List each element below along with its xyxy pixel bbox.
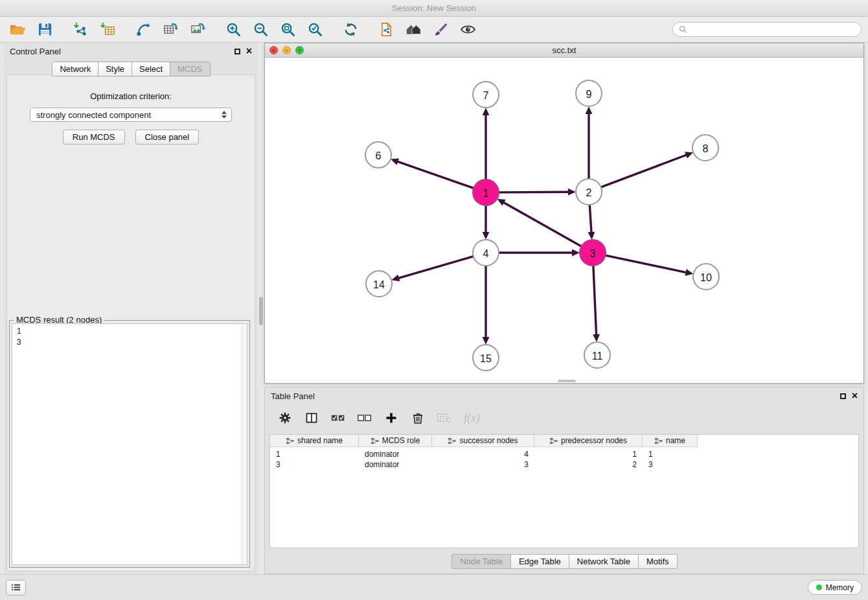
save-session-icon[interactable] xyxy=(36,21,54,39)
zoom-out-icon[interactable] xyxy=(251,21,269,39)
dropdown-stepper-icon xyxy=(222,111,231,119)
copy-network-icon[interactable] xyxy=(377,21,395,39)
style-brush-icon[interactable] xyxy=(431,21,450,39)
node-table: shared nameMCDS rolesuccessor nodesprede… xyxy=(269,434,859,548)
divider-scroll-thumb[interactable] xyxy=(259,297,263,325)
table-cell: 1 xyxy=(534,450,643,459)
network-window-titlebar[interactable]: × − + scc.txt xyxy=(265,43,863,58)
tab-motifs[interactable]: Motifs xyxy=(638,554,678,569)
edge-2-8[interactable] xyxy=(601,155,687,187)
control-panel-title: Control Panel xyxy=(10,47,61,56)
close-panel-icon[interactable]: × xyxy=(246,46,252,56)
node-2[interactable]: 2 xyxy=(576,179,602,205)
node-3[interactable]: 3 xyxy=(580,240,606,266)
edge-3-1[interactable] xyxy=(503,202,582,246)
tab-select[interactable]: Select xyxy=(131,62,170,76)
network-hscroll-thumb[interactable] xyxy=(558,380,576,382)
show-hide-icon[interactable] xyxy=(459,21,477,39)
result-scrollbar[interactable] xyxy=(242,324,247,564)
edge-1-6[interactable] xyxy=(397,161,474,188)
minimize-window-icon[interactable]: − xyxy=(282,46,291,54)
node-7[interactable]: 7 xyxy=(473,82,499,108)
node-label: 11 xyxy=(592,351,603,362)
node-label: 14 xyxy=(373,279,385,290)
select-all-columns-icon[interactable] xyxy=(331,411,345,424)
delete-column-icon[interactable] xyxy=(411,411,425,424)
mcds-result-list[interactable]: 13 xyxy=(12,323,247,565)
import-network-icon[interactable] xyxy=(71,21,89,39)
node-14[interactable]: 14 xyxy=(366,271,392,297)
tab-node-table[interactable]: Node Table xyxy=(451,554,511,569)
table-cell: 1 xyxy=(643,450,698,459)
node-label: 8 xyxy=(703,143,709,154)
node-10[interactable]: 10 xyxy=(693,264,719,290)
tab-network[interactable]: Network xyxy=(52,62,98,76)
edge-4-14[interactable] xyxy=(398,257,474,279)
memory-status-dot xyxy=(816,584,822,590)
table-row[interactable]: 3dominator323 xyxy=(270,459,858,470)
node-1[interactable]: 1 xyxy=(473,179,499,205)
open-session-icon[interactable] xyxy=(8,21,27,39)
zoom-selected-icon[interactable] xyxy=(306,21,324,39)
unselect-all-columns-icon[interactable] xyxy=(358,411,372,424)
close-table-panel-icon[interactable]: × xyxy=(852,391,858,401)
node-15[interactable]: 15 xyxy=(473,345,499,371)
network-canvas[interactable]: 7968124314101511 xyxy=(265,58,863,383)
table-row[interactable]: 1dominator411 xyxy=(270,449,858,459)
column-header-MCDS-role[interactable]: MCDS role xyxy=(359,435,432,446)
column-header-predecessor-nodes[interactable]: predecessor nodes xyxy=(534,435,643,446)
edge-2-3[interactable] xyxy=(589,205,591,233)
table-cell: 1 xyxy=(270,450,359,459)
apply-layout-icon[interactable] xyxy=(341,21,360,39)
show-columns-icon[interactable] xyxy=(304,411,319,424)
mcds-result-box: MCDS result (2 nodes) 13 xyxy=(9,320,250,568)
tab-network-table[interactable]: Network Table xyxy=(569,554,639,569)
function-builder-icon: f(x) xyxy=(464,411,480,425)
window-title: Session: New Session xyxy=(392,3,475,13)
node-8[interactable]: 8 xyxy=(692,135,718,161)
mcds-result-line: 1 xyxy=(17,326,242,337)
overview-icon[interactable] xyxy=(404,21,422,39)
memory-button[interactable]: Memory xyxy=(808,580,862,595)
export-table-icon[interactable] xyxy=(161,21,179,39)
tab-edge-table[interactable]: Edge Table xyxy=(510,554,569,569)
maximize-window-icon[interactable]: + xyxy=(295,46,304,54)
node-label: 10 xyxy=(700,272,712,283)
new-network-icon[interactable] xyxy=(134,21,152,39)
close-window-icon[interactable]: × xyxy=(269,46,278,54)
criterion-dropdown[interactable]: strongly connected component xyxy=(30,108,232,122)
column-header-label: name xyxy=(666,436,685,445)
status-bar: Memory xyxy=(0,574,868,600)
run-mcds-button[interactable]: Run MCDS xyxy=(63,130,125,144)
node-11[interactable]: 11 xyxy=(584,342,610,368)
column-header-name[interactable]: name xyxy=(643,435,698,446)
tab-style[interactable]: Style xyxy=(98,62,132,76)
float-table-panel-icon[interactable] xyxy=(840,393,846,399)
close-panel-button[interactable]: Close panel xyxy=(135,130,200,144)
column-header-label: successor nodes xyxy=(459,436,518,445)
task-history-button[interactable] xyxy=(6,580,26,595)
node-9[interactable]: 9 xyxy=(576,80,602,106)
node-6[interactable]: 6 xyxy=(365,142,391,168)
float-panel-icon[interactable] xyxy=(234,49,240,54)
control-panel: Control Panel × NetworkStyleSelectMCDS O… xyxy=(4,43,258,574)
edge-1-2[interactable] xyxy=(499,192,569,192)
search-box[interactable] xyxy=(672,22,862,37)
search-input[interactable] xyxy=(691,25,855,34)
add-column-icon[interactable] xyxy=(384,411,398,424)
edge-3-10[interactable] xyxy=(606,255,687,273)
edge-3-11[interactable] xyxy=(593,266,597,335)
table-panel: Table Panel × f(x) shared nameMCDS roles… xyxy=(264,387,864,574)
window-titlebar[interactable]: Session: New Session xyxy=(0,0,868,17)
column-header-successor-nodes[interactable]: successor nodes xyxy=(432,435,534,446)
column-header-label: predecessor nodes xyxy=(561,436,627,445)
network-window: × − + scc.txt 7968124314101511 xyxy=(264,43,864,384)
column-settings-icon[interactable] xyxy=(278,411,292,424)
node-4[interactable]: 4 xyxy=(473,240,499,266)
zoom-fit-icon[interactable] xyxy=(279,21,297,39)
import-table-icon[interactable] xyxy=(98,21,117,39)
export-image-icon[interactable] xyxy=(188,21,207,39)
zoom-in-icon[interactable] xyxy=(224,21,242,39)
column-header-shared-name[interactable]: shared name xyxy=(270,435,359,446)
tab-mcds[interactable]: MCDS xyxy=(170,62,210,76)
